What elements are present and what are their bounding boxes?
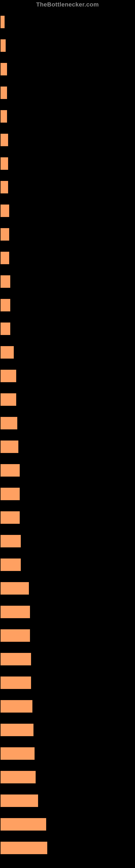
chart-row: Bottleneck result29: [0, 718, 135, 741]
bar-category-label: Bottleneck result: [1, 813, 29, 817]
bar-value-label: 6: [8, 90, 10, 94]
bar-value-label: 7: [9, 137, 12, 141]
bar: [0, 369, 16, 382]
bar-category-label: Bottleneck result: [1, 412, 29, 416]
bar-category-label: Bottleneck result: [1, 152, 29, 157]
bar-value-label: 6: [8, 113, 10, 118]
bar-value-label: 41: [49, 845, 53, 849]
bar-category-label: Bottleneck result: [1, 271, 29, 275]
chart-row: Bottleneck result6: [0, 57, 135, 81]
bar: [0, 181, 8, 194]
bar: [0, 299, 10, 312]
bar-value-label: 27: [32, 680, 37, 684]
bar-category-label: Bottleneck result: [1, 365, 29, 369]
chart-row: Bottleneck result8: [0, 222, 135, 246]
bar-category-label: Bottleneck result: [1, 459, 29, 464]
bar: [0, 676, 31, 689]
bar: [0, 488, 20, 500]
bar: [0, 228, 9, 241]
bar-category-label: Bottleneck result: [1, 247, 29, 251]
chart-row: Bottleneck result17: [0, 458, 135, 482]
bar: [0, 818, 46, 831]
bar-category-label: Bottleneck result: [1, 506, 29, 511]
bar: [0, 582, 29, 595]
bar-value-label: 8: [10, 208, 13, 212]
bar-value-label: 17: [21, 491, 26, 495]
bar: [0, 204, 9, 217]
bar-category-label: Bottleneck result: [1, 742, 29, 747]
bar-value-label: 17: [21, 467, 26, 472]
bar-category-label: Bottleneck result: [1, 648, 29, 652]
bar-value-label: 9: [12, 302, 14, 307]
chart-row: Bottleneck result26: [0, 600, 135, 623]
bar-category-label: Bottleneck result: [1, 318, 29, 322]
bar-category-label: Bottleneck result: [1, 672, 29, 676]
chart-row: Bottleneck result41: [0, 836, 135, 859]
bar-value-label: 5: [7, 42, 9, 47]
bar-category-label: Bottleneck result: [1, 695, 29, 700]
bar-category-label: Bottleneck result: [1, 766, 29, 770]
bar-value-label: 40: [48, 822, 52, 826]
chart-row: Bottleneck result40: [0, 812, 135, 836]
bar-chart: Bottleneck result4Bottleneck result5Bott…: [0, 10, 135, 863]
bar: [0, 275, 10, 288]
bar: [0, 393, 16, 406]
bar-category-label: Bottleneck result: [1, 719, 29, 723]
chart-row: Bottleneck result30: [0, 741, 135, 765]
chart-row: Bottleneck result17: [0, 505, 135, 529]
bar-value-label: 18: [22, 562, 27, 566]
chart-row: Bottleneck result27: [0, 647, 135, 671]
bar: [0, 747, 35, 760]
bar-value-label: 15: [18, 420, 23, 425]
bar-value-label: 31: [37, 774, 41, 778]
bar-value-label: 29: [35, 727, 39, 731]
bar: [0, 39, 6, 52]
watermark-text: TheBottlenecker.com: [0, 1, 135, 8]
chart-row: Bottleneck result18: [0, 553, 135, 576]
bar-category-label: Bottleneck result: [1, 789, 29, 794]
bar-category-label: Bottleneck result: [1, 837, 29, 841]
bar-category-label: Bottleneck result: [1, 199, 29, 204]
bar-value-label: 18: [22, 538, 27, 542]
bar-value-label: 33: [39, 798, 44, 802]
bar: [0, 63, 7, 76]
chart-row: Bottleneck result26: [0, 623, 135, 647]
bar-category-label: Bottleneck result: [1, 341, 29, 346]
bar: [0, 416, 17, 430]
bar-category-label: Bottleneck result: [1, 82, 29, 86]
bar: [0, 700, 33, 713]
chart-row: Bottleneck result9: [0, 293, 135, 316]
chart-row: Bottleneck result7: [0, 151, 135, 175]
chart-row: Bottleneck result7: [0, 128, 135, 151]
chart-row: Bottleneck result8: [0, 246, 135, 269]
bar: [0, 110, 7, 123]
bar: [0, 86, 7, 99]
bar-value-label: 17: [21, 515, 26, 519]
chart-row: Bottleneck result33: [0, 788, 135, 812]
bar-category-label: Bottleneck result: [1, 530, 29, 534]
bar: [0, 606, 30, 618]
bar-category-label: Bottleneck result: [1, 577, 29, 582]
chart-row: Bottleneck result9: [0, 316, 135, 340]
chart-row: Bottleneck result27: [0, 671, 135, 694]
bar: [0, 558, 21, 571]
bar-category-label: Bottleneck result: [1, 58, 29, 62]
bar-value-label: 4: [6, 19, 8, 23]
bar-value-label: 25: [30, 585, 35, 590]
chart-row: Bottleneck result28: [0, 694, 135, 718]
bar-category-label: Bottleneck result: [1, 294, 29, 299]
bar-value-label: 26: [31, 609, 36, 613]
bar: [0, 157, 8, 170]
bar: [0, 535, 21, 548]
bar: [0, 841, 48, 855]
bar: [0, 511, 20, 524]
bar: [0, 771, 36, 784]
bar-category-label: Bottleneck result: [1, 436, 29, 440]
bar-value-label: 14: [17, 397, 22, 401]
bar: [0, 346, 14, 359]
bar-category-label: Bottleneck result: [1, 554, 29, 558]
bar-value-label: 7: [9, 184, 12, 188]
bar-category-label: Bottleneck result: [1, 389, 29, 393]
chart-row: Bottleneck result8: [0, 198, 135, 222]
bar: [0, 440, 18, 453]
